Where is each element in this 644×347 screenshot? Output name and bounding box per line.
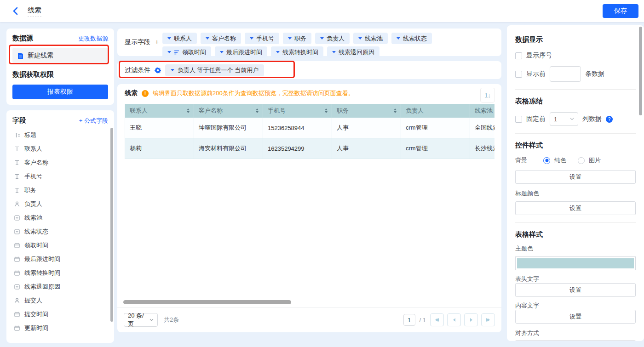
display-tag[interactable]: 线索状态 [391, 33, 432, 44]
date-field-icon [14, 270, 20, 276]
add-display-field-button[interactable]: + [155, 38, 159, 46]
field-item-customer[interactable]: 客户名称 [12, 156, 108, 170]
display-tag[interactable]: 线索池 [353, 33, 388, 44]
display-tag-label: 负责人 [327, 34, 345, 43]
column-header-pool[interactable]: 线索池 [470, 104, 494, 118]
display-tag[interactable]: 客户名称 [201, 33, 241, 44]
first-page-button[interactable] [430, 313, 444, 326]
panel-scrollbar[interactable] [639, 27, 642, 115]
caret-down-icon [171, 69, 174, 71]
column-label: 线索池 [475, 107, 493, 115]
display-tag[interactable]: 联系人 [162, 33, 197, 44]
freeze-count-value: 1 [554, 116, 557, 123]
select-field-icon [14, 228, 20, 235]
add-formula-field-link[interactable]: + 公式字段 [79, 117, 108, 125]
filter-condition-tag[interactable]: 负责人 等于任意一个 当前用户 [165, 64, 264, 76]
align-label: 对齐方式 [515, 329, 636, 337]
show-index-checkbox[interactable] [515, 52, 522, 59]
field-item-submitter[interactable]: 提交人 [12, 294, 108, 307]
align-control-partial[interactable] [515, 340, 636, 341]
change-datasource-link[interactable]: 更改数据源 [78, 34, 108, 43]
pagination-footer: 20 条/页 共2条 1 / 1 [117, 307, 501, 332]
freeze-prefix-label: 固定前 [526, 115, 546, 123]
display-tag[interactable]: 职务 [283, 33, 311, 44]
bg-solid-radio[interactable] [543, 157, 550, 164]
field-label: 提交人 [24, 296, 42, 305]
prev-page-button[interactable] [447, 313, 461, 326]
caret-down-icon [276, 51, 280, 53]
column-label: 客户名称 [199, 107, 223, 115]
display-tag[interactable]: 最后跟进时间 [215, 46, 267, 58]
table-row[interactable]: 王晓 坤曜国际有限公司 15236258944 人事 crm管理 全国线索 [125, 118, 494, 138]
bg-solid-label: 纯色 [554, 156, 566, 165]
field-item-return-reason[interactable]: 线索退回原因 [12, 280, 108, 294]
display-tags-row1: 联系人 客户名称 手机号 职务 负责人 线索池 线索状态 [162, 33, 432, 44]
field-item-status[interactable]: 线索状态 [12, 225, 108, 239]
table-cell: crm管理 [401, 118, 470, 138]
freeze-checkbox[interactable] [515, 116, 522, 123]
field-item-pool[interactable]: 线索池 [12, 211, 108, 225]
bg-image-radio[interactable] [578, 157, 585, 164]
field-label: 线索转换时间 [24, 269, 60, 277]
help-icon[interactable]: ? [606, 116, 613, 123]
field-item-submit-time[interactable]: 提交时间 [12, 307, 108, 321]
preview-notice: 编辑界面只取数据源前200条作为查询数据预览，完整数据请访问页面查看。 [153, 89, 354, 97]
caret-down-icon [332, 51, 336, 53]
content-text-set-button[interactable]: 设置 [515, 310, 636, 324]
page-size-select[interactable]: 20 条/页 [124, 313, 158, 327]
field-item-claim-time[interactable]: 领取时间 [12, 239, 108, 252]
column-header-customer[interactable]: 客户名称 [194, 104, 263, 118]
preview-title: 线索 [125, 89, 138, 97]
sort-arrows-icon[interactable] [187, 108, 190, 113]
gear-icon[interactable] [155, 67, 161, 74]
display-tag[interactable]: 负责人 [315, 33, 350, 44]
preview-title-row: 线索 ! 编辑界面只取数据源前200条作为查询数据预览，完整数据请访问页面查看。 [125, 89, 354, 97]
report-permission-button[interactable]: 报表权限 [12, 85, 108, 99]
last-page-button[interactable] [481, 313, 495, 326]
horizontal-scrollbar[interactable] [123, 300, 291, 304]
save-button[interactable]: 保存 [603, 4, 638, 18]
next-page-button[interactable] [464, 313, 478, 326]
date-field-icon [14, 256, 20, 262]
column-label: 手机号 [268, 107, 286, 115]
sort-arrows-icon[interactable] [256, 108, 259, 113]
sort-arrows-icon[interactable] [325, 108, 328, 113]
datasource-item[interactable]: 新建线索 [12, 48, 108, 63]
field-item-last-follow[interactable]: 最后跟进时间 [12, 252, 108, 266]
theme-color-swatch[interactable] [515, 256, 636, 270]
display-tag[interactable]: 线索退回原因 [327, 46, 380, 58]
fields-scrollbar[interactable] [110, 128, 113, 322]
column-header-phone[interactable]: 手机号 [263, 104, 332, 118]
show-first-checkbox[interactable] [515, 71, 522, 78]
column-header-job[interactable]: 职务 [332, 104, 401, 118]
title-color-set-button[interactable]: 设置 [515, 201, 636, 215]
table-header-row: 联系人 客户名称 手机号 职务 负责人 [125, 104, 494, 118]
display-tag[interactable]: 手机号 [245, 33, 279, 44]
background-set-button[interactable]: 设置 [515, 170, 636, 184]
sort-arrows-icon[interactable] [394, 108, 397, 113]
back-icon[interactable] [12, 7, 18, 15]
show-first-count-input[interactable] [550, 66, 581, 82]
column-header-contact[interactable]: 联系人 [125, 104, 194, 118]
header-text-set-button[interactable]: 设置 [515, 283, 636, 297]
column-header-owner[interactable]: 负责人 [401, 104, 470, 118]
field-item-owner[interactable]: 负责人 [12, 197, 108, 211]
document-icon [17, 52, 24, 59]
field-item-title[interactable]: 标题 [12, 128, 108, 142]
field-label: 线索状态 [24, 228, 48, 236]
sort-order-button[interactable]: 1↓ [480, 88, 495, 102]
freeze-count-select[interactable]: 1 [550, 112, 578, 126]
display-tag[interactable]: 线索转换时间 [271, 46, 323, 58]
current-page-box[interactable]: 1 [403, 314, 415, 326]
field-item-update-time[interactable]: 更新时间 [12, 321, 108, 335]
field-item-phone[interactable]: 手机号 [12, 170, 108, 183]
field-item-convert-time[interactable]: 线索转换时间 [12, 266, 108, 280]
field-item-job[interactable]: 职务 [12, 183, 108, 197]
field-item-contact[interactable]: 联系人 [12, 142, 108, 156]
preview-table: 联系人 客户名称 手机号 职务 负责人 [125, 104, 494, 159]
widget-style-title: 控件样式 [515, 141, 636, 150]
table-row[interactable]: 杨莉 海安材料有限公司 16235294299 人事 crm管理 长沙线索 [125, 138, 494, 159]
caret-down-icon [206, 37, 209, 40]
display-tag-sorted[interactable]: 领取时间 [162, 46, 211, 58]
caret-down-icon [167, 37, 171, 40]
